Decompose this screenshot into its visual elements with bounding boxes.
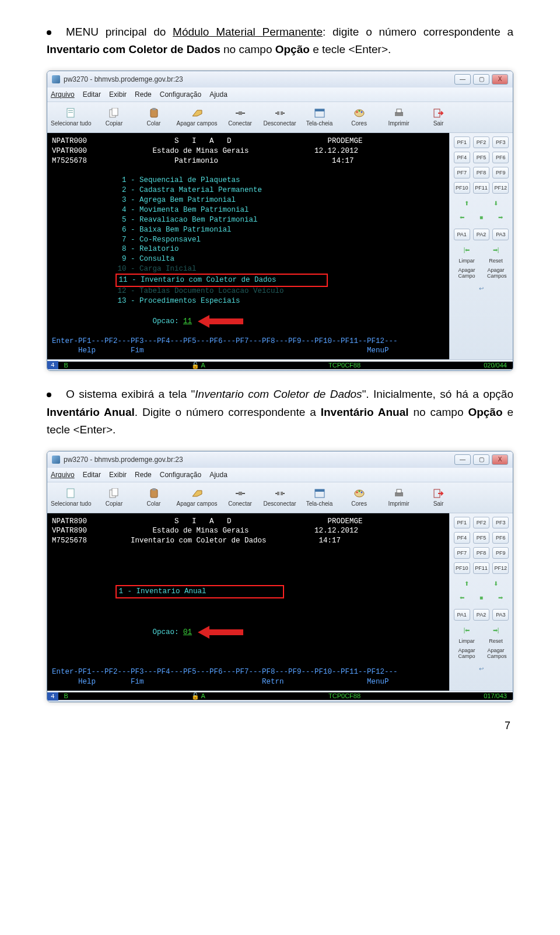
pf8-button[interactable]: PF8 bbox=[473, 547, 489, 559]
arrow-left-icon[interactable]: ⬅ bbox=[457, 213, 467, 222]
menu-arquivo[interactable]: Arquivo bbox=[51, 90, 75, 99]
toolbar-cores[interactable]: Cores bbox=[342, 488, 376, 507]
limpar-button[interactable]: Limpar bbox=[458, 258, 475, 264]
pf8-button[interactable]: PF8 bbox=[473, 167, 489, 178]
toolbar-copiar[interactable]: Copiar bbox=[97, 108, 131, 127]
reset-button[interactable]: Reset bbox=[487, 638, 505, 644]
pa1-button[interactable]: PA1 bbox=[454, 229, 470, 240]
arrow-up-icon[interactable]: ⬆ bbox=[461, 580, 472, 588]
minimize-button[interactable]: — bbox=[454, 454, 471, 465]
pf12-button[interactable]: PF12 bbox=[492, 562, 509, 574]
arrow-left-icon[interactable]: ⬅ bbox=[457, 594, 467, 602]
arrow-up-icon[interactable]: ⬆ bbox=[461, 199, 472, 208]
return-icon[interactable]: ↩ bbox=[476, 665, 487, 673]
skip-back-icon[interactable]: |⬅ bbox=[461, 246, 472, 254]
pf9-button[interactable]: PF9 bbox=[492, 547, 509, 559]
pa2-button[interactable]: PA2 bbox=[473, 229, 489, 240]
skip-fwd-icon[interactable]: ➡| bbox=[491, 626, 501, 635]
pa2-button[interactable]: PA2 bbox=[473, 609, 489, 621]
apagar-campo-button[interactable]: Apagar Campo bbox=[458, 647, 475, 659]
pf7-button[interactable]: PF7 bbox=[454, 167, 470, 178]
pf6-button[interactable]: PF6 bbox=[492, 532, 509, 544]
arrow-down-icon[interactable]: ⬇ bbox=[491, 580, 501, 588]
toolbar-selecionar-tudo[interactable]: Selecionar tudo bbox=[51, 108, 92, 127]
menu-configuracao[interactable]: Configuração bbox=[160, 90, 201, 99]
arrow-stop-icon[interactable]: ■ bbox=[476, 213, 487, 222]
pf3-button[interactable]: PF3 bbox=[492, 136, 509, 148]
menu-exibir[interactable]: Exibir bbox=[109, 471, 127, 479]
arrow-down-icon[interactable]: ⬇ bbox=[491, 199, 501, 208]
toolbar-desconectar[interactable]: Desconectar bbox=[263, 108, 297, 127]
pf4-button[interactable]: PF4 bbox=[454, 532, 470, 544]
toolbar-colar[interactable]: Colar bbox=[137, 108, 171, 127]
arrow-right-icon[interactable]: ➡ bbox=[495, 594, 506, 602]
toolbar-tela-cheia[interactable]: Tela-cheia bbox=[303, 488, 337, 507]
arrow-right-icon[interactable]: ➡ bbox=[495, 213, 506, 222]
pa3-button[interactable]: PA3 bbox=[492, 609, 509, 621]
toolbar-selecionar-tudo[interactable]: Selecionar tudo bbox=[51, 488, 92, 507]
svg-point-14 bbox=[356, 111, 358, 113]
menu-ajuda[interactable]: Ajuda bbox=[209, 471, 228, 479]
opcao-input-2[interactable]: 01 bbox=[183, 628, 192, 636]
menu-editar[interactable]: Editar bbox=[83, 90, 101, 99]
toolbar-conectar[interactable]: Conectar bbox=[223, 108, 257, 127]
menu-rede[interactable]: Rede bbox=[135, 90, 152, 99]
pa3-button[interactable]: PA3 bbox=[492, 229, 509, 240]
menu-exibir[interactable]: Exibir bbox=[109, 90, 127, 99]
toolbar-conectar[interactable]: Conectar bbox=[223, 488, 257, 507]
limpar-button[interactable]: Limpar bbox=[458, 638, 475, 644]
maximize-button[interactable]: ▢ bbox=[473, 74, 489, 85]
toolbar-desconectar[interactable]: Desconectar bbox=[263, 488, 297, 507]
pf2-button[interactable]: PF2 bbox=[473, 517, 489, 528]
pf12-button[interactable]: PF12 bbox=[492, 182, 509, 194]
return-icon[interactable]: ↩ bbox=[476, 285, 487, 293]
close-button[interactable]: X bbox=[492, 74, 508, 85]
pa1-button[interactable]: PA1 bbox=[454, 609, 470, 621]
pf9-button[interactable]: PF9 bbox=[492, 167, 509, 178]
toolbar-sair[interactable]: Sair bbox=[422, 488, 456, 507]
skip-back-icon[interactable]: |⬅ bbox=[461, 626, 472, 635]
pf10-button[interactable]: PF10 bbox=[454, 562, 470, 574]
pf11-button[interactable]: PF11 bbox=[473, 182, 489, 194]
toolbar-apagar-campos[interactable]: Apagar campos bbox=[177, 488, 218, 507]
pf10-button[interactable]: PF10 bbox=[454, 182, 470, 194]
toolbar-cores[interactable]: Cores bbox=[342, 108, 376, 127]
terminal-screen-1[interactable]: NPATR000 S I A D PRODEMGE VPATR000 Estad… bbox=[47, 133, 449, 360]
toolbar-copiar[interactable]: Copiar bbox=[97, 488, 131, 507]
menu-arquivo[interactable]: Arquivo bbox=[51, 471, 75, 479]
menu-configuracao[interactable]: Configuração bbox=[160, 471, 201, 479]
maximize-button[interactable]: ▢ bbox=[473, 454, 489, 465]
pf4-button[interactable]: PF4 bbox=[454, 152, 470, 163]
apagar-campo-button[interactable]: Apagar Campo bbox=[458, 267, 475, 279]
menu-editar[interactable]: Editar bbox=[83, 471, 101, 479]
toolbar-sair[interactable]: Sair bbox=[422, 108, 456, 127]
svg-rect-37 bbox=[397, 489, 401, 493]
toolbar-colar[interactable]: Colar bbox=[137, 488, 171, 507]
close-button[interactable]: X bbox=[492, 454, 508, 465]
apagar-campos-button[interactable]: Apagar Campos bbox=[487, 647, 505, 659]
pf6-button[interactable]: PF6 bbox=[492, 152, 509, 163]
reset-button[interactable]: Reset bbox=[487, 258, 505, 264]
terminal-screen-2[interactable]: NPATR890 S I A D PRODEMGE VPATR890 Estad… bbox=[47, 513, 449, 691]
pf2-button[interactable]: PF2 bbox=[473, 136, 489, 148]
toolbar-imprimir[interactable]: Imprimir bbox=[382, 488, 416, 507]
skip-fwd-icon[interactable]: ➡| bbox=[491, 246, 501, 254]
pf1-button[interactable]: PF1 bbox=[454, 136, 470, 148]
minimize-button[interactable]: — bbox=[454, 74, 471, 85]
pf11-button[interactable]: PF11 bbox=[473, 562, 489, 574]
pf3-button[interactable]: PF3 bbox=[492, 517, 509, 528]
opcao-input-1[interactable]: 11 bbox=[183, 317, 192, 325]
toolbar-imprimir[interactable]: Imprimir bbox=[382, 108, 416, 127]
pf7-button[interactable]: PF7 bbox=[454, 547, 470, 559]
apagar-campos-button[interactable]: Apagar Campos bbox=[487, 267, 505, 279]
pf5-button[interactable]: PF5 bbox=[473, 152, 489, 163]
pf1-button[interactable]: PF1 bbox=[454, 517, 470, 528]
arrow-stop-icon[interactable]: ■ bbox=[476, 594, 487, 602]
intro-paragraph-1: MENU principal do Módulo Material Perman… bbox=[47, 23, 513, 59]
pf5-button[interactable]: PF5 bbox=[473, 532, 489, 544]
toolbar-tela-cheia[interactable]: Tela-cheia bbox=[303, 108, 337, 127]
toolbar-apagar-campos[interactable]: Apagar campos bbox=[177, 108, 218, 127]
title-bar: pw3270 - bhmvsb.prodemge.gov.br:23 — ▢ X bbox=[47, 451, 513, 468]
menu-ajuda[interactable]: Ajuda bbox=[209, 90, 228, 99]
menu-rede[interactable]: Rede bbox=[135, 471, 152, 479]
